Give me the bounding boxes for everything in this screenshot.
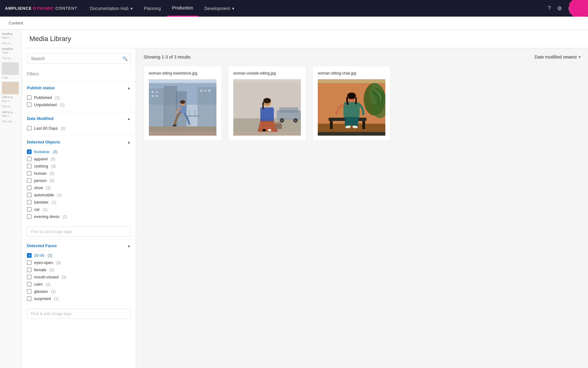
filter-item-evening-dress[interactable]: evening dress (1) — [27, 213, 131, 220]
glasses-count: (1) — [51, 289, 56, 294]
calm-checkbox[interactable] — [27, 282, 32, 287]
clothing-checkbox[interactable] — [27, 164, 32, 168]
filter-item-footwear[interactable]: footwear (3) — [27, 148, 131, 155]
filter-item-surprised[interactable]: surprised (1) — [27, 295, 131, 302]
svg-rect-15 — [173, 110, 174, 117]
main-content: Media Library 🔍 Filters Publish status ▲ — [22, 30, 588, 368]
content-preview: Heading Sale n... The m... Strapline Tim… — [0, 30, 22, 128]
last60days-label: Last 60 Days — [34, 126, 58, 131]
person-label: person — [34, 178, 47, 183]
find-add-tags-objects[interactable]: Find & add image tags — [27, 226, 131, 237]
person-checkbox[interactable] — [27, 178, 32, 183]
human-count: (3) — [50, 171, 54, 176]
filter-item-20-40[interactable]: 20-40 (3) — [27, 252, 131, 259]
search-input[interactable] — [27, 53, 131, 64]
unpublished-checkbox[interactable] — [27, 102, 32, 107]
filter-section-detected-objects-header[interactable]: Detected Objects ▲ — [22, 136, 136, 148]
banister-label: banister — [34, 200, 48, 205]
eyes-open-checkbox[interactable] — [27, 260, 32, 265]
help-icon[interactable]: ? — [548, 5, 551, 12]
secondary-navigation: Content — [0, 17, 588, 30]
image-card-2[interactable]: woman-outside-sitting.jpg — [228, 66, 306, 141]
filter-item-eyes-open[interactable]: eyes-open (3) — [27, 259, 131, 266]
filter-item-automobile[interactable]: automobile (1) — [27, 191, 131, 199]
svg-rect-65 — [330, 121, 333, 129]
chevron-up-icon: ▲ — [127, 244, 131, 248]
filter-item-shoe[interactable]: shoe (3) — [27, 184, 131, 191]
human-checkbox[interactable] — [27, 171, 32, 176]
settings-icon[interactable]: ⚙ — [557, 5, 562, 12]
automobile-checkbox[interactable] — [27, 193, 32, 197]
svg-rect-12 — [208, 90, 210, 91]
filter-section-detected-faces-header[interactable]: Detected Faces ▲ — [22, 240, 136, 252]
car-checkbox[interactable] — [27, 207, 32, 212]
chevron-down-icon: ▾ — [232, 6, 234, 11]
last60days-checkbox[interactable] — [27, 126, 32, 131]
clothing-label: clothing — [34, 164, 48, 168]
svg-rect-46 — [272, 107, 273, 122]
footwear-checkbox[interactable] — [27, 149, 32, 154]
filter-section-date-modified-header[interactable]: Date Modified ▲ — [22, 112, 136, 125]
sec-nav-content[interactable]: Content — [6, 21, 26, 25]
filter-item-apparel[interactable]: apparel (3) — [27, 155, 131, 163]
find-add-tags-faces[interactable]: Find & add image tags — [27, 308, 131, 319]
preview-image — [2, 62, 19, 75]
filter-item-unpublished[interactable]: Unpublished (1) — [27, 101, 131, 108]
svg-rect-14 — [168, 110, 168, 117]
filter-item-human[interactable]: human (3) — [27, 170, 131, 177]
nav-item-production[interactable]: Production — [167, 0, 198, 17]
filter-item-clothing[interactable]: clothing (3) — [27, 163, 131, 170]
results-count: Showing 1-3 of 3 results — [144, 54, 190, 60]
filter-item-person[interactable]: person (3) — [27, 177, 131, 184]
publish-status-items: Published (2) Unpublished (1) — [22, 94, 136, 112]
banister-checkbox[interactable] — [27, 200, 32, 205]
20-40-count: (3) — [48, 253, 52, 258]
evening-dress-checkbox[interactable] — [27, 214, 32, 219]
filter-item-last60days[interactable]: Last 60 Days (3) — [27, 125, 131, 132]
shoe-checkbox[interactable] — [27, 185, 32, 190]
filter-item-female[interactable]: female (3) — [27, 266, 131, 273]
filter-item-car[interactable]: car (1) — [27, 206, 131, 213]
published-checkbox[interactable] — [27, 95, 32, 100]
svg-rect-10 — [200, 90, 202, 91]
filter-item-glasses[interactable]: glasses (1) — [27, 288, 131, 295]
nav-item-planning[interactable]: Planning — [139, 0, 166, 17]
apparel-label: apparel — [34, 157, 48, 161]
surprised-checkbox[interactable] — [27, 296, 32, 301]
sort-dropdown[interactable]: Date modified newest ▾ — [535, 54, 580, 60]
female-checkbox[interactable] — [27, 267, 32, 272]
filter-item-banister[interactable]: banister (1) — [27, 199, 131, 206]
mouth-closed-checkbox[interactable] — [27, 275, 32, 279]
filter-item-published[interactable]: Published (2) — [27, 94, 131, 101]
filter-section-publish-status-header[interactable]: Publish status ▲ — [22, 82, 136, 94]
svg-point-75 — [349, 98, 350, 99]
svg-rect-8 — [152, 95, 154, 97]
svg-rect-33 — [279, 107, 298, 113]
filter-item-calm[interactable]: calm (2) — [27, 281, 131, 288]
footwear-label: footwear — [34, 149, 50, 154]
svg-rect-42 — [262, 107, 262, 122]
glasses-checkbox[interactable] — [27, 289, 32, 294]
apparel-checkbox[interactable] — [27, 157, 32, 161]
20-40-checkbox[interactable] — [27, 253, 32, 258]
svg-point-77 — [335, 112, 338, 115]
image-filename-1: woman-sitting-towerblock.jpg — [149, 71, 216, 75]
image-card-1[interactable]: woman-sitting-towerblock.jpg — [144, 66, 222, 141]
filter-section-detected-faces: Detected Faces ▲ 20-40 (3) eyes-open (3) — [22, 239, 136, 319]
filters-label: Filters — [22, 69, 136, 79]
top-navigation: AMPLIENCE DYNAMIC CONTENT Documentation … — [0, 0, 588, 17]
image-card-3[interactable]: woman-sitting-chair.jpg — [312, 66, 391, 141]
svg-point-37 — [294, 119, 297, 122]
detected-objects-title: Detected Objects — [27, 140, 60, 144]
svg-rect-5 — [198, 87, 216, 132]
filter-item-mouth-closed[interactable]: mouth-closed (3) — [27, 273, 131, 281]
image-thumbnail-2 — [233, 79, 301, 136]
calm-count: (2) — [46, 282, 50, 287]
nav-item-development[interactable]: Development ▾ — [199, 0, 239, 17]
evening-dress-label: evening dress — [34, 214, 59, 219]
shoe-label: shoe — [34, 185, 43, 190]
search-box: 🔍 — [27, 53, 131, 64]
image-grid: woman-sitting-towerblock.jpg — [144, 66, 580, 141]
content-area: 🔍 Filters Publish status ▲ Published (2) — [22, 48, 588, 368]
nav-item-documentation-hub[interactable]: Documentation Hub ▾ — [85, 0, 138, 17]
